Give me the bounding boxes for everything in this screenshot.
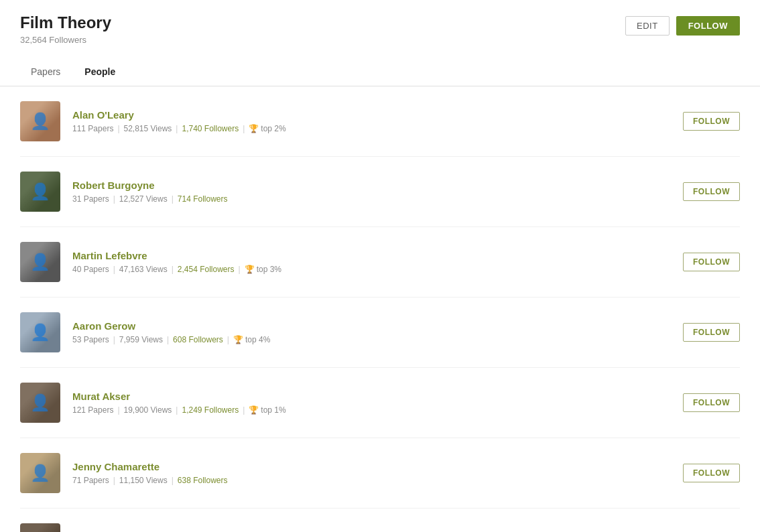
person-name[interactable]: Alan O'Leary: [72, 109, 683, 121]
follow-person-button[interactable]: FOLLOW: [683, 323, 740, 342]
person-info: Jenny Chamarette 71 Papers | 11,150 View…: [72, 461, 683, 485]
trophy-icon: 🏆: [233, 335, 243, 344]
top-badge: 🏆top 4%: [233, 335, 270, 344]
avatar: 👤: [20, 312, 60, 352]
person-stats: 71 Papers | 11,150 Views | 638 Followers: [72, 476, 683, 485]
avatar-placeholder: 👤: [20, 523, 60, 532]
followers-stat: 2,454 Followers: [178, 265, 235, 274]
person-info: Martin Lefebvre 40 Papers | 47,163 Views…: [72, 250, 683, 274]
trophy-icon: 🏆: [249, 405, 259, 415]
header-top: Film Theory 32,564 Followers EDIT FOLLOW: [20, 13, 740, 53]
avatar-placeholder: 👤: [20, 172, 60, 212]
avatar-placeholder: 👤: [20, 242, 60, 282]
follow-topic-button[interactable]: FOLLOW: [676, 16, 740, 36]
stat-separator: |: [227, 335, 229, 344]
stat-separator: |: [172, 476, 174, 485]
stat-separator: |: [113, 476, 115, 485]
person-info: Murat Akser 121 Papers | 19,900 Views | …: [72, 391, 683, 415]
followers-stat: 714 Followers: [178, 194, 228, 204]
person-stats: 121 Papers | 19,900 Views | 1,249 Follow…: [72, 405, 683, 415]
tab-people[interactable]: People: [74, 60, 126, 86]
person-row: 👤 Jenny Chamarette 71 Papers | 11,150 Vi…: [20, 438, 740, 509]
edit-button[interactable]: EDIT: [625, 16, 670, 36]
person-row: 👤 Robert Burgoyne 31 Papers | 12,527 Vie…: [20, 157, 740, 227]
stat-separator: |: [176, 405, 178, 415]
person-row: 👤 Murat Akser 121 Papers | 19,900 Views …: [20, 368, 740, 438]
avatar: 👤: [20, 383, 60, 423]
followers-stat: 1,740 Followers: [182, 124, 239, 133]
person-row: 👤 David Sorfa 56 Papers | 59,748 Views |…: [20, 509, 740, 532]
followers-stat: 1,249 Followers: [182, 405, 239, 415]
person-name[interactable]: Robert Burgoyne: [72, 180, 683, 191]
stat-separator: |: [113, 335, 115, 344]
stat-separator: |: [172, 194, 174, 204]
avatar: 👤: [20, 101, 60, 141]
views-stat: 11,150 Views: [119, 476, 168, 485]
follow-person-button[interactable]: FOLLOW: [683, 112, 740, 131]
stat-separator: |: [243, 124, 245, 133]
person-info: Robert Burgoyne 31 Papers | 12,527 Views…: [72, 180, 683, 204]
papers-stat: 53 Papers: [72, 335, 109, 344]
trophy-icon: 🏆: [249, 124, 259, 133]
views-stat: 19,900 Views: [124, 405, 172, 415]
papers-stat: 40 Papers: [72, 265, 109, 274]
person-name[interactable]: Martin Lefebvre: [72, 250, 683, 261]
top-badge: 🏆top 2%: [249, 124, 286, 133]
stat-separator: |: [167, 335, 169, 344]
followers-count: 32,564 Followers: [20, 35, 111, 45]
papers-stat: 111 Papers: [72, 124, 113, 133]
person-row: 👤 Martin Lefebvre 40 Papers | 47,163 Vie…: [20, 227, 740, 297]
person-row: 👤 Aaron Gerow 53 Papers | 7,959 Views | …: [20, 297, 740, 368]
header-buttons: EDIT FOLLOW: [625, 13, 740, 36]
title-block: Film Theory 32,564 Followers: [20, 13, 111, 45]
papers-stat: 31 Papers: [72, 194, 109, 204]
person-name[interactable]: Jenny Chamarette: [72, 461, 683, 472]
avatar-placeholder: 👤: [20, 453, 60, 493]
avatar: 👤: [20, 453, 60, 493]
person-stats: 53 Papers | 7,959 Views | 608 Followers …: [72, 335, 683, 344]
stat-separator: |: [239, 265, 241, 274]
stat-separator: |: [172, 265, 174, 274]
person-row: 👤 Alan O'Leary 111 Papers | 52,815 Views…: [20, 86, 740, 157]
avatar-placeholder: 👤: [20, 383, 60, 423]
person-stats: 31 Papers | 12,527 Views | 714 Followers: [72, 194, 683, 204]
stat-separator: |: [176, 124, 178, 133]
avatar: 👤: [20, 172, 60, 212]
person-name[interactable]: Murat Akser: [72, 391, 683, 402]
stat-separator: |: [243, 405, 245, 415]
follow-person-button[interactable]: FOLLOW: [683, 464, 740, 482]
tabs-nav: Papers People: [20, 60, 740, 86]
stat-separator: |: [113, 265, 115, 274]
tab-papers[interactable]: Papers: [20, 60, 71, 86]
views-stat: 52,815 Views: [124, 124, 172, 133]
follow-person-button[interactable]: FOLLOW: [683, 393, 740, 412]
views-stat: 7,959 Views: [119, 335, 163, 344]
papers-stat: 121 Papers: [72, 405, 113, 415]
person-stats: 40 Papers | 47,163 Views | 2,454 Followe…: [72, 265, 683, 274]
person-info: Aaron Gerow 53 Papers | 7,959 Views | 60…: [72, 320, 683, 344]
papers-stat: 71 Papers: [72, 476, 109, 485]
follow-person-button[interactable]: FOLLOW: [683, 253, 740, 271]
person-info: Alan O'Leary 111 Papers | 52,815 Views |…: [72, 109, 683, 133]
avatar-placeholder: 👤: [20, 101, 60, 141]
avatar-placeholder: 👤: [20, 312, 60, 352]
stat-separator: |: [113, 194, 115, 204]
avatar: 👤: [20, 523, 60, 532]
follow-person-button[interactable]: FOLLOW: [683, 182, 740, 201]
views-stat: 47,163 Views: [119, 265, 168, 274]
followers-stat: 608 Followers: [173, 335, 223, 344]
header-section: Film Theory 32,564 Followers EDIT FOLLOW…: [0, 0, 760, 86]
avatar: 👤: [20, 242, 60, 282]
stat-separator: |: [117, 124, 119, 133]
top-badge: 🏆top 1%: [249, 405, 286, 415]
page-title: Film Theory: [20, 13, 111, 32]
people-list: 👤 Alan O'Leary 111 Papers | 52,815 Views…: [0, 86, 760, 532]
person-stats: 111 Papers | 52,815 Views | 1,740 Follow…: [72, 124, 683, 133]
person-name[interactable]: Aaron Gerow: [72, 320, 683, 332]
top-badge: 🏆top 3%: [245, 265, 281, 274]
followers-stat: 638 Followers: [178, 476, 228, 485]
stat-separator: |: [117, 405, 119, 415]
views-stat: 12,527 Views: [119, 194, 168, 204]
trophy-icon: 🏆: [245, 265, 255, 274]
